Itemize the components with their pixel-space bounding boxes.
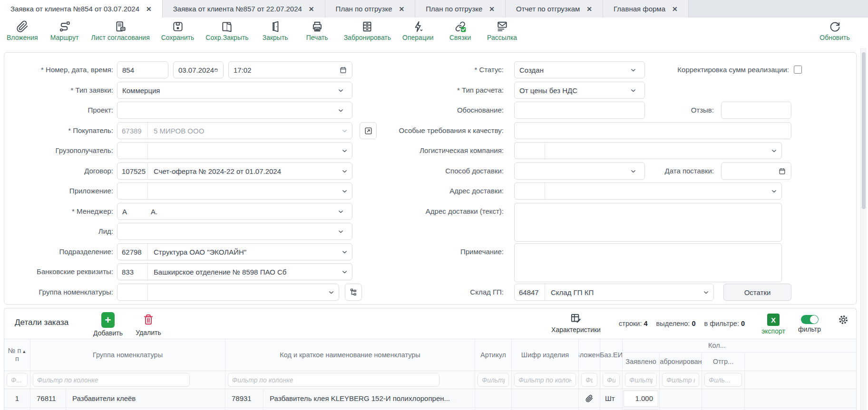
tab-request-857[interactable]: Заявка от клиента №857 от 22.07.2024✕ bbox=[163, 0, 325, 18]
cell-requested[interactable]: 1.000 bbox=[623, 389, 660, 408]
filter-input-unit[interactable] bbox=[603, 373, 620, 387]
close-icon[interactable]: ✕ bbox=[672, 5, 678, 13]
cell-attachments[interactable] bbox=[579, 408, 600, 410]
column-header-requested[interactable]: Заявлено bbox=[623, 353, 660, 371]
date-input[interactable]: 03.07.2024 bbox=[173, 61, 224, 78]
export-excel-button[interactable]: X экспорт bbox=[757, 312, 790, 335]
calendar-icon[interactable] bbox=[214, 66, 218, 74]
column-header-item[interactable]: Код и краткое наименование номенклатуры bbox=[225, 339, 475, 371]
filter-toggle[interactable]: фильтр bbox=[793, 312, 826, 333]
logistics-company-code[interactable] bbox=[515, 143, 545, 159]
cell-attachments[interactable] bbox=[579, 389, 600, 408]
number-input[interactable]: 854 bbox=[117, 61, 168, 78]
close-icon[interactable]: ✕ bbox=[399, 5, 405, 13]
save-close-button[interactable]: Сохр.Закрыть bbox=[205, 20, 248, 41]
delete-row-button[interactable]: Удалить bbox=[132, 312, 165, 336]
column-header-group[interactable]: Группа номенклатуры bbox=[30, 339, 225, 371]
calendar-icon[interactable] bbox=[778, 167, 786, 175]
correction-checkbox[interactable] bbox=[794, 66, 802, 74]
tab-shipping-report[interactable]: Отчет по отгрузкам✕ bbox=[506, 0, 603, 18]
close-icon[interactable]: ✕ bbox=[489, 5, 495, 13]
vertical-scrollbar[interactable] bbox=[860, 48, 867, 410]
delivery-address-text-area[interactable] bbox=[514, 203, 782, 242]
justification-input[interactable] bbox=[514, 102, 645, 119]
column-header-cipher[interactable]: Шифр изделия bbox=[512, 339, 579, 371]
characteristics-button[interactable]: Характеристики bbox=[540, 312, 612, 334]
column-header-reserved[interactable]: Забронировано bbox=[660, 353, 702, 371]
nomenclature-group-field[interactable] bbox=[117, 284, 339, 301]
buyer-field[interactable]: 67389 5 МИРОВ ООО bbox=[117, 122, 352, 139]
note-text-area[interactable] bbox=[514, 243, 782, 282]
warehouse-code[interactable]: 64847 bbox=[515, 284, 545, 300]
calc-type-select[interactable]: От цены без НДС bbox=[514, 82, 645, 99]
status-select[interactable]: Создан bbox=[514, 61, 645, 78]
refresh-button[interactable]: Обновить bbox=[819, 20, 850, 41]
warehouse-name[interactable]: Склад ГП КП bbox=[545, 288, 702, 296]
close-icon[interactable]: ✕ bbox=[146, 5, 152, 13]
logistics-company-field[interactable] bbox=[514, 142, 782, 159]
tab-shipping-plan-2[interactable]: План по отгрузке✕ bbox=[415, 0, 506, 18]
bank-name[interactable]: Башкирское отделение № 8598 ПАО Сб bbox=[148, 268, 341, 276]
column-header-article[interactable]: Артикул bbox=[475, 339, 512, 371]
filter-input-num[interactable] bbox=[7, 373, 28, 387]
filter-input-shipped[interactable] bbox=[704, 373, 742, 387]
scrollbar-thumb[interactable] bbox=[862, 52, 866, 209]
contract-name[interactable]: Счет-оферта № 2024-22 от 01.07.2024 bbox=[148, 167, 341, 175]
review-input[interactable] bbox=[721, 102, 791, 119]
quality-requirements-input[interactable] bbox=[514, 122, 791, 139]
column-header-attachments[interactable]: Вложени bbox=[579, 339, 600, 371]
delivery-date-input[interactable] bbox=[721, 162, 791, 180]
manager-select[interactable]: А А. bbox=[117, 203, 352, 220]
appendix-field[interactable] bbox=[117, 182, 352, 200]
table-row[interactable]: 2 76… М… 80… М… Шт 1.000 bbox=[4, 408, 856, 410]
delivery-address-field[interactable] bbox=[514, 182, 782, 200]
delivery-method-select[interactable] bbox=[514, 162, 645, 180]
project-select[interactable] bbox=[117, 102, 352, 119]
nomenclature-group-code[interactable] bbox=[117, 284, 148, 300]
bank-details-field[interactable]: 833 Башкирское отделение № 8598 ПАО Сб bbox=[117, 263, 352, 280]
print-button[interactable]: Печать bbox=[302, 20, 332, 41]
close-icon[interactable]: ✕ bbox=[309, 5, 314, 13]
consignee-field[interactable] bbox=[117, 142, 352, 159]
time-input[interactable]: 17:02 bbox=[228, 61, 352, 78]
warehouse-field[interactable]: 64847 Склад ГП КП bbox=[514, 284, 714, 301]
division-code[interactable]: 62798 bbox=[117, 244, 148, 260]
column-header-num[interactable]: № п▲п bbox=[4, 339, 30, 371]
operations-button[interactable]: Операции bbox=[402, 20, 434, 41]
tab-main-form[interactable]: Главная форма✕ bbox=[603, 0, 689, 18]
filter-input-group[interactable] bbox=[33, 373, 190, 387]
contract-code[interactable]: 107525 bbox=[117, 163, 148, 179]
consignee-code[interactable] bbox=[117, 143, 148, 159]
filter-input-reserved[interactable] bbox=[662, 373, 699, 387]
delivery-address-code[interactable] bbox=[515, 183, 545, 199]
tab-request-854[interactable]: Заявка от клиента №854 от 03.07.2024✕ bbox=[0, 0, 163, 18]
attachments-button[interactable]: Вложения bbox=[7, 20, 38, 41]
reserve-button[interactable]: Забронировать bbox=[344, 20, 391, 41]
division-name[interactable]: Структура ОАО "ЭКОЛАЙН" bbox=[148, 248, 341, 256]
contract-field[interactable]: 107525 Счет-оферта № 2024-22 от 01.07.20… bbox=[117, 162, 352, 180]
cell-requested[interactable]: 1.000 bbox=[623, 408, 660, 410]
close-button[interactable]: Закрыть bbox=[260, 20, 291, 41]
filter-input-item[interactable] bbox=[228, 373, 439, 387]
bank-code[interactable]: 833 bbox=[117, 264, 148, 280]
close-icon[interactable]: ✕ bbox=[586, 5, 592, 13]
filter-input-requested[interactable] bbox=[625, 373, 657, 387]
column-header-shipped[interactable]: Отгр... bbox=[702, 353, 745, 371]
filter-input-attachments[interactable] bbox=[581, 373, 597, 387]
division-field[interactable]: 62798 Структура ОАО "ЭКОЛАЙН" bbox=[117, 243, 352, 260]
approval-sheet-button[interactable]: Лист согласования bbox=[91, 20, 150, 41]
remainders-button[interactable]: Остатки bbox=[723, 284, 791, 301]
filter-input-article[interactable] bbox=[478, 373, 509, 387]
links-button[interactable]: Связки bbox=[445, 20, 476, 41]
lead-select[interactable] bbox=[117, 223, 352, 240]
table-row[interactable]: 1 76811 Разбавители клеёв 78931 Разбавит… bbox=[4, 389, 856, 408]
request-type-select[interactable]: Коммерция bbox=[117, 82, 352, 99]
column-header-unit[interactable]: Баз.ЕИ bbox=[600, 339, 623, 371]
add-row-button[interactable]: + Добавить bbox=[89, 312, 127, 337]
route-button[interactable]: Маршрут bbox=[49, 20, 80, 41]
tab-shipping-plan-1[interactable]: План по отгрузке✕ bbox=[325, 0, 416, 18]
filter-input-cipher[interactable] bbox=[514, 373, 576, 387]
appendix-code[interactable] bbox=[117, 183, 148, 199]
table-settings-button[interactable] bbox=[833, 314, 854, 325]
save-button[interactable]: Сохранить bbox=[161, 20, 195, 41]
